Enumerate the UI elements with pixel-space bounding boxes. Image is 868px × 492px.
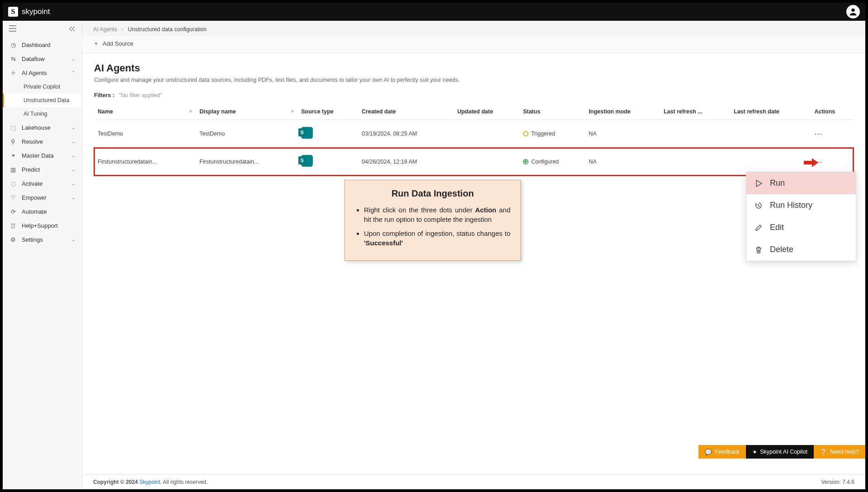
- breadcrumb-root[interactable]: AI Agents: [93, 26, 118, 33]
- sidebar-item-label: Settings: [22, 236, 43, 243]
- copyright-suffix: . All rights reserved.: [160, 479, 208, 485]
- chevron-down-icon: ⌄: [71, 56, 75, 62]
- menu-item-edit[interactable]: Edit: [746, 216, 856, 239]
- breadcrumb: AI Agents › Unstructured data configurat…: [82, 21, 865, 36]
- sidebar-item-label: Automate: [22, 208, 47, 215]
- ai-copilot-button[interactable]: ✦ Skypoint AI Copilot: [746, 445, 814, 459]
- status-dot-configured-icon: [523, 159, 528, 164]
- footer-skypoint-link[interactable]: Skypoint: [139, 479, 160, 485]
- chevron-down-icon: ⌄: [71, 167, 75, 173]
- chevron-right-icon: ›: [122, 26, 123, 33]
- filters-value: "No filter applied": [119, 92, 162, 98]
- menu-item-delete[interactable]: Delete: [746, 239, 856, 261]
- th-status[interactable]: Status: [519, 104, 585, 120]
- sidebar-item-label: Dataflow: [22, 56, 45, 62]
- brand-name: skypoint: [22, 7, 50, 16]
- chevron-down-icon: ⌄: [71, 195, 75, 201]
- collapse-sidebar-icon[interactable]: [68, 25, 75, 33]
- cell-status: Configured: [519, 148, 585, 176]
- chat-icon: 💬: [705, 449, 712, 455]
- cube-icon: ⬚: [9, 124, 17, 131]
- table-row[interactable]: Firstunstructuredatain... Firstunstructu…: [94, 148, 854, 176]
- sidebar-item-resolve[interactable]: ⚲ Resolve ⌄: [3, 135, 82, 149]
- top-bar: S skypoint: [3, 3, 865, 21]
- chevron-down-icon: ⌄: [71, 139, 75, 145]
- sidebar: ◷ Dashboard ⇆ Dataflow ⌄ ✧ AI Agents ⌃ P…: [3, 21, 82, 489]
- need-help-button[interactable]: ❔ Need help?: [814, 445, 865, 459]
- hamburger-icon[interactable]: [9, 25, 16, 33]
- sidebar-item-empower[interactable]: ♡ Empower ⌄: [3, 191, 82, 205]
- sidebar-item-master-data[interactable]: ⚭ Master Data ⌄: [3, 149, 82, 163]
- th-updated-date[interactable]: Updated date: [453, 104, 519, 120]
- trash-icon: [755, 246, 764, 254]
- sidebar-sub-ai-tuning[interactable]: AI Tuning: [3, 107, 82, 121]
- callout-text: Right click on the three dots under: [364, 206, 475, 214]
- brand-logo: S: [8, 7, 18, 17]
- th-label: Name: [98, 108, 113, 115]
- callout-line-2: Upon completion of ingestion, status cha…: [364, 229, 510, 248]
- plus-icon: ＋: [93, 39, 99, 47]
- cell-updated: [453, 148, 519, 176]
- menu-item-run[interactable]: Run: [746, 172, 856, 194]
- add-source-label: Add Source: [103, 40, 133, 47]
- play-icon: [755, 179, 764, 187]
- predict-icon: ▥: [9, 166, 17, 173]
- sidebar-item-predict[interactable]: ▥ Predict ⌄: [3, 163, 82, 177]
- sidebar-sub-private-copilot[interactable]: Private Copilot: [3, 80, 82, 94]
- pencil-icon: [755, 224, 764, 232]
- history-icon: [755, 201, 764, 210]
- sidebar-sub-unstructured-data[interactable]: Unstructured Data: [3, 94, 82, 107]
- th-last-refresh-date[interactable]: Last refresh date: [730, 104, 811, 120]
- filter-icon[interactable]: ▾: [189, 108, 192, 114]
- menu-item-run-history[interactable]: Run History: [746, 194, 856, 216]
- sidebar-item-label: Predict: [22, 166, 40, 173]
- chevron-down-icon: ⌄: [71, 181, 75, 187]
- sidebar-item-activate[interactable]: ◌ Activate ⌄: [3, 177, 82, 191]
- cell-updated: [453, 120, 519, 148]
- menu-label: Run: [770, 178, 785, 188]
- th-last-refresh[interactable]: Last refresh ...: [660, 104, 730, 120]
- cell-created: 04/26/2024, 12:18 AM: [358, 148, 453, 176]
- help-icon: ⍰: [9, 222, 17, 229]
- row-actions-button[interactable]: ⋯: [814, 129, 823, 138]
- filters-row: Filters : "No filter applied": [94, 92, 854, 98]
- agent-icon: ✧: [9, 70, 17, 76]
- sharepoint-icon: [301, 155, 313, 167]
- th-source-type[interactable]: Source type: [297, 104, 358, 120]
- filter-icon[interactable]: ▾: [291, 108, 294, 114]
- svg-point-0: [851, 9, 854, 12]
- sidebar-item-label: Help+Support: [22, 222, 58, 229]
- cell-name: TestDemo: [94, 120, 196, 148]
- user-avatar[interactable]: [846, 5, 860, 19]
- gear-icon: ⚙: [9, 236, 17, 243]
- row-context-menu: Run Run History Edit Delete: [746, 172, 856, 261]
- menu-label: Run History: [770, 201, 812, 210]
- sidebar-item-settings[interactable]: ⚙ Settings ⌄: [3, 233, 82, 247]
- cell-ingestion: NA: [585, 120, 660, 148]
- sidebar-item-label: Dashboard: [22, 42, 51, 48]
- copyright: Copyright © 2024 Skypoint. All rights re…: [93, 479, 208, 485]
- th-display-name[interactable]: Display name▾: [196, 104, 297, 120]
- sidebar-item-ai-agents[interactable]: ✧ AI Agents ⌃: [3, 66, 82, 80]
- th-created-date[interactable]: Created date: [358, 104, 453, 120]
- sidebar-item-dashboard[interactable]: ◷ Dashboard: [3, 38, 82, 52]
- sidebar-item-lakehouse[interactable]: ⬚ Lakehouse ⌄: [3, 121, 82, 135]
- callout-title: Run Data Ingestion: [355, 188, 510, 199]
- feedback-button[interactable]: 💬 Feedback: [698, 445, 746, 459]
- help-icon: ❔: [820, 449, 827, 455]
- sidebar-item-label: Resolve: [22, 138, 43, 145]
- th-name[interactable]: Name▾: [94, 104, 196, 120]
- sidebar-item-automate[interactable]: ⟳ Automate: [3, 205, 82, 219]
- shield-icon: ♡: [9, 194, 17, 201]
- sidebar-item-dataflow[interactable]: ⇆ Dataflow ⌄: [3, 52, 82, 66]
- master-data-icon: ⚭: [9, 152, 17, 159]
- chevron-up-icon: ⌃: [71, 70, 75, 76]
- data-sources-table: Name▾ Display name▾ Source type Created …: [94, 104, 854, 176]
- th-ingestion-mode[interactable]: Ingestion mode: [585, 104, 660, 120]
- cell-display: TestDemo: [196, 120, 297, 148]
- feedback-label: Feedback: [715, 449, 740, 455]
- table-row[interactable]: TestDemo TestDemo 03/19/2024, 08:25 AM T…: [94, 120, 854, 148]
- sidebar-item-help-support[interactable]: ⍰ Help+Support: [3, 219, 82, 233]
- add-source-button[interactable]: ＋ Add Source: [93, 39, 133, 47]
- cell-created: 03/19/2024, 08:25 AM: [358, 120, 453, 148]
